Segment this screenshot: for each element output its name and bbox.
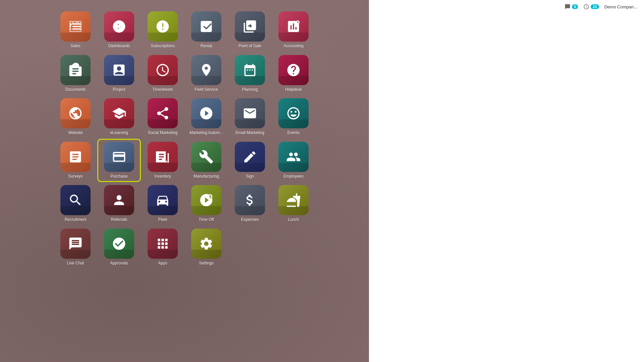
app-item-sign[interactable]: Sign (230, 140, 270, 181)
app-icon-inventory (148, 142, 178, 172)
app-icon-settings (191, 229, 221, 259)
app-icon-surveys (60, 142, 91, 172)
app-item-lunch[interactable]: Lunch (273, 184, 314, 224)
app-icon-field-service (191, 55, 221, 85)
messages-button[interactable]: 5 (565, 4, 578, 10)
app-label-fleet: Fleet (158, 217, 167, 223)
app-item-live-chat[interactable]: Live Chat (55, 227, 96, 267)
app-item-documents[interactable]: Documents (55, 54, 96, 94)
app-item-marketing-autom[interactable]: Marketing Autom... (186, 97, 226, 137)
app-label-website: Website (68, 130, 83, 136)
app-icon-referrals (104, 185, 134, 215)
app-item-social-marketing[interactable]: Social Marketing (143, 97, 183, 137)
svg-text:$: $ (160, 23, 163, 30)
app-icon-helpdesk (278, 55, 309, 85)
app-item-sales[interactable]: Sales (55, 10, 96, 50)
app-icon-project (104, 55, 134, 85)
app-icon-subscriptions: $ (148, 11, 178, 42)
app-icon-events (278, 98, 309, 128)
app-label-events: Events (287, 130, 300, 136)
app-item-website[interactable]: Website (55, 97, 96, 137)
activity-button[interactable]: 23 (583, 4, 599, 10)
app-icon-time-off (191, 185, 221, 215)
app-item-events[interactable]: Events (273, 97, 314, 137)
app-label-email-marketing: Email Marketing (235, 130, 264, 136)
app-icon-purchase (104, 142, 134, 172)
app-grid: SalesDashboards$SubscriptionsRentalPoint… (55, 10, 314, 267)
app-label-approvals: Approvals (110, 261, 128, 266)
app-label-elearning: eLearning (110, 130, 128, 136)
app-label-settings: Settings (199, 261, 213, 266)
app-icon-sales (60, 11, 91, 42)
app-item-subscriptions[interactable]: $Subscriptions (143, 10, 183, 50)
app-item-field-service[interactable]: Field Service (186, 54, 226, 94)
app-icon-planning (235, 55, 265, 85)
app-icon-expenses (235, 185, 265, 215)
app-item-purchase[interactable]: Purchase (99, 140, 139, 181)
app-item-surveys[interactable]: Surveys (55, 140, 96, 181)
app-item-recruitment[interactable]: Recruitment (55, 184, 96, 224)
app-label-timesheets: Timesheets (152, 87, 173, 93)
app-item-time-off[interactable]: Time Off (186, 184, 226, 224)
app-icon-timesheets (148, 55, 178, 85)
app-label-project: Project (113, 87, 125, 93)
app-item-employees[interactable]: Employees (273, 140, 314, 181)
app-label-field-service: Field Service (195, 87, 218, 93)
app-icon-fleet (148, 185, 178, 215)
app-icon-email-marketing (235, 98, 265, 128)
app-icon-live-chat (60, 229, 91, 259)
app-label-recruitment: Recruitment (65, 217, 87, 223)
app-label-social-marketing: Social Marketing (148, 130, 178, 136)
app-item-accounting[interactable]: Accounting (273, 10, 314, 50)
app-label-marketing-autom: Marketing Autom... (190, 130, 223, 136)
app-icon-manufacturing (191, 142, 221, 172)
app-label-sales: Sales (70, 44, 80, 49)
app-item-apps[interactable]: Apps (143, 227, 183, 267)
app-icon-marketing-autom (191, 98, 221, 128)
app-item-elearning[interactable]: eLearning (99, 97, 139, 137)
app-item-dashboards[interactable]: Dashboards (99, 10, 139, 50)
app-label-lunch: Lunch (288, 217, 299, 223)
app-item-planning[interactable]: Planning (230, 54, 270, 94)
app-item-point-of-sale[interactable]: Point of Sale (230, 10, 270, 50)
app-label-accounting: Accounting (283, 44, 303, 49)
app-icon-lunch (278, 185, 309, 215)
app-icon-website (60, 98, 91, 128)
app-icon-social-marketing (148, 98, 178, 128)
app-item-helpdesk[interactable]: Helpdesk (273, 54, 314, 94)
app-label-sign: Sign (246, 174, 254, 179)
app-label-point-of-sale: Point of Sale (238, 44, 261, 49)
app-label-documents: Documents (65, 87, 86, 93)
topbar: 5 23 Demo Compan... (372, 0, 644, 13)
app-label-rental: Rental (201, 44, 212, 49)
app-label-dashboards: Dashboards (108, 44, 130, 49)
app-item-timesheets[interactable]: Timesheets (143, 54, 183, 94)
app-label-apps: Apps (158, 261, 167, 266)
app-item-referrals[interactable]: Referrals (99, 184, 139, 224)
app-label-referrals: Referrals (111, 217, 127, 223)
app-label-purchase: Purchase (111, 174, 128, 179)
app-icon-accounting (278, 11, 309, 42)
messages-count: 5 (572, 4, 578, 9)
right-panel (369, 0, 644, 362)
app-item-email-marketing[interactable]: Email Marketing (230, 97, 270, 137)
app-icon-documents (60, 55, 91, 85)
app-label-inventory: Inventory (154, 174, 171, 179)
app-label-helpdesk: Helpdesk (285, 87, 302, 93)
app-item-expenses[interactable]: Expenses (230, 184, 270, 224)
company-name: Demo Compan... (604, 4, 637, 9)
app-label-planning: Planning (242, 87, 258, 93)
app-item-settings[interactable]: Settings (186, 227, 226, 267)
app-item-manufacturing[interactable]: Manufacturing (186, 140, 226, 181)
app-label-manufacturing: Manufacturing (194, 174, 219, 179)
app-item-approvals[interactable]: Approvals (99, 227, 139, 267)
company-selector[interactable]: Demo Compan... (604, 4, 637, 9)
app-item-fleet[interactable]: Fleet (143, 184, 183, 224)
app-item-rental[interactable]: Rental (186, 10, 226, 50)
app-label-expenses: Expenses (241, 217, 259, 223)
app-label-time-off: Time Off (199, 217, 214, 223)
app-item-project[interactable]: Project (99, 54, 139, 94)
app-icon-elearning (104, 98, 134, 128)
app-icon-sign (235, 142, 265, 172)
app-item-inventory[interactable]: Inventory (143, 140, 183, 181)
